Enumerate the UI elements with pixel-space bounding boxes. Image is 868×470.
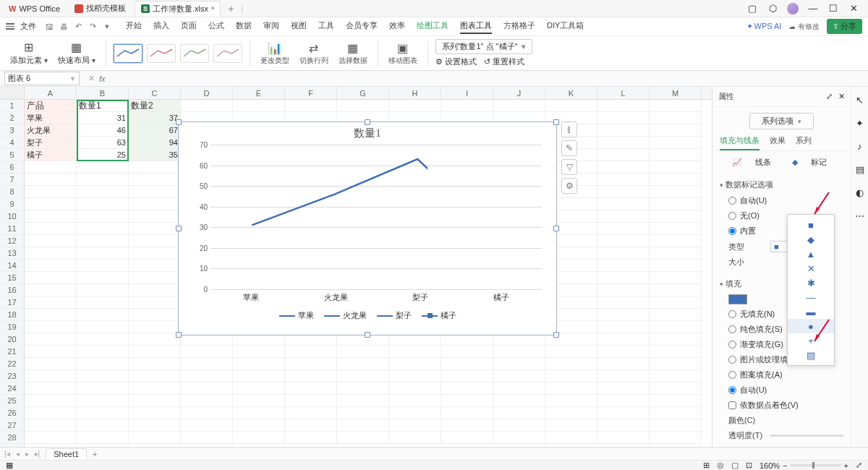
mtab-fang[interactable]: 方格格子 (503, 19, 535, 34)
swap-rowcol-button[interactable]: ⇄切换行列 (297, 41, 331, 66)
cell[interactable] (650, 247, 702, 260)
cell[interactable] (77, 383, 129, 395)
cell[interactable] (129, 284, 181, 296)
minimize-icon[interactable]: — (807, 3, 819, 14)
row-header[interactable]: 1 (0, 100, 24, 112)
panel-pin-icon[interactable]: ⤢ (826, 92, 833, 101)
quick-layout-button[interactable]: ▦快速布局 ▾ (55, 40, 98, 66)
col-header[interactable]: L (597, 87, 650, 99)
rside-more-icon[interactable]: ⋯ (854, 210, 866, 221)
cell[interactable] (129, 432, 181, 444)
marker-diamond[interactable]: ◆ (788, 232, 834, 247)
select-data-button[interactable]: ▦选择数据 (336, 41, 370, 66)
cell[interactable] (337, 383, 389, 395)
sheet-tab-1[interactable]: Sheet1 (46, 448, 87, 459)
expand-icon[interactable]: ⤢ (856, 461, 862, 470)
cell[interactable] (181, 358, 233, 370)
cell[interactable] (77, 296, 129, 309)
cell[interactable] (77, 407, 129, 419)
marker-dash[interactable]: — (788, 290, 834, 304)
wps-ai[interactable]: WPS AI (746, 22, 782, 31)
cell[interactable] (25, 407, 77, 419)
cell[interactable] (25, 309, 77, 321)
cell[interactable] (650, 235, 702, 247)
fill-patt[interactable]: 图案填充(A) (720, 367, 843, 383)
cell[interactable] (597, 260, 650, 272)
zoom-control[interactable]: 160%−+ (760, 461, 848, 470)
undo-icon[interactable]: ↶ (72, 21, 84, 33)
cell[interactable] (650, 272, 702, 284)
cell[interactable] (545, 346, 597, 358)
cell[interactable] (650, 383, 702, 395)
cell[interactable] (285, 432, 337, 444)
cell[interactable] (389, 419, 441, 432)
cell[interactable] (545, 383, 597, 395)
subtab-marker[interactable]: ◆ 标记 (781, 157, 827, 168)
cell[interactable] (337, 358, 389, 370)
cell[interactable] (25, 419, 77, 432)
tab-add[interactable]: + (224, 3, 238, 14)
cell[interactable] (597, 247, 650, 260)
resize-handle[interactable] (553, 119, 559, 125)
fill-vary[interactable]: 依数据点着色(V) (720, 398, 843, 413)
sheet-prev-icon[interactable]: ◂ (16, 450, 20, 458)
rside-style-icon[interactable]: ♪ (854, 140, 866, 152)
cell[interactable] (597, 174, 650, 186)
mtab-member[interactable]: 会员专享 (346, 19, 378, 34)
cell[interactable] (233, 383, 285, 395)
tab-template[interactable]: 找稻壳模板 (69, 1, 132, 17)
cell[interactable]: 产品 (25, 100, 77, 112)
cell[interactable] (337, 100, 389, 112)
close-icon[interactable]: • (211, 4, 214, 14)
cell[interactable]: 25 (77, 149, 129, 161)
cell[interactable] (597, 124, 650, 137)
marker-triangle[interactable]: ▲ (788, 247, 834, 261)
formula-input[interactable] (110, 74, 864, 83)
mtab-data[interactable]: 数据 (236, 19, 252, 34)
cell[interactable] (545, 395, 597, 407)
cell[interactable] (285, 419, 337, 432)
chart-settings-icon[interactable]: ⚙ (561, 178, 577, 194)
cell[interactable]: 46 (77, 124, 129, 137)
mtab-view[interactable]: 视图 (291, 19, 307, 34)
cell[interactable] (129, 321, 181, 333)
print-icon[interactable]: 🖶 (58, 21, 69, 33)
col-header[interactable]: E (233, 87, 285, 99)
cell[interactable] (493, 100, 545, 112)
cell[interactable] (597, 186, 650, 198)
cell[interactable] (650, 161, 702, 174)
cell[interactable] (233, 432, 285, 444)
row-header[interactable]: 15 (0, 272, 24, 284)
cell[interactable] (493, 346, 545, 358)
mtab-start[interactable]: 开始 (126, 19, 142, 34)
chart-title[interactable]: 数量1 (179, 122, 556, 142)
cell[interactable] (545, 419, 597, 432)
cell[interactable] (77, 223, 129, 235)
row-header[interactable]: 18 (0, 309, 24, 321)
row-header[interactable]: 12 (0, 235, 24, 247)
cell[interactable] (25, 272, 77, 284)
cell[interactable] (389, 100, 441, 112)
cell[interactable] (77, 370, 129, 383)
cell[interactable] (493, 407, 545, 419)
cell[interactable] (597, 210, 650, 223)
fx-icon[interactable]: fx (99, 74, 106, 83)
mtab-draw[interactable]: 绘图工具 (417, 19, 448, 34)
row-header[interactable]: 26 (0, 407, 24, 419)
hamburger-icon[interactable] (6, 23, 14, 30)
cell[interactable] (441, 432, 493, 444)
cell[interactable] (545, 407, 597, 419)
cell[interactable] (597, 370, 650, 383)
cell[interactable] (650, 223, 702, 235)
cell[interactable] (650, 333, 702, 346)
cell[interactable] (285, 370, 337, 383)
cell[interactable] (493, 383, 545, 395)
chart-elements-icon[interactable]: ⫿ (561, 121, 577, 137)
row-header[interactable]: 19 (0, 321, 24, 333)
cell[interactable] (129, 333, 181, 346)
cell[interactable] (129, 260, 181, 272)
row-header[interactable]: 11 (0, 223, 24, 235)
cell[interactable] (545, 432, 597, 444)
save-icon[interactable]: 🖫 (43, 21, 55, 33)
cell[interactable] (25, 235, 77, 247)
